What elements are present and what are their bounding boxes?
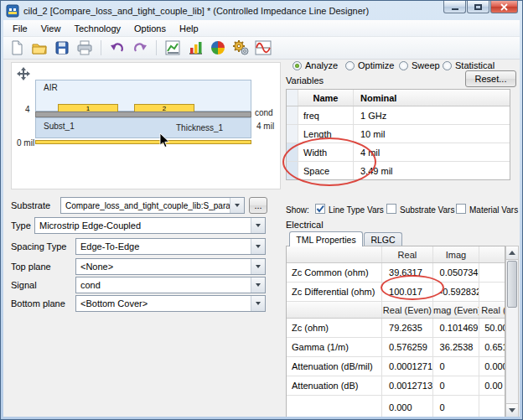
- radio-sweep[interactable]: [399, 61, 408, 70]
- result-label: Attenuation (dB/mil): [287, 357, 382, 376]
- variable-nominal[interactable]: 4 mil: [354, 143, 510, 161]
- mode-optimize-label: Optimize: [358, 60, 394, 70]
- variable-nominal[interactable]: 10 mil: [354, 125, 510, 143]
- result-value: 0.000: [382, 396, 433, 417]
- type-select[interactable]: Microstrip Edge-Coupled: [34, 217, 266, 234]
- bottom-plane-value: <Bottom Cover>: [76, 298, 251, 309]
- open-button[interactable]: [29, 38, 49, 58]
- tab-tml-properties[interactable]: TML Properties: [289, 231, 363, 246]
- checkbox-line-type-vars[interactable]: [315, 204, 325, 214]
- close-button[interactable]: [490, 1, 518, 13]
- table-row[interactable]: freq 1 GHz: [287, 106, 510, 125]
- annotation-ellipse-width-space: [282, 137, 376, 186]
- chevron-down-icon[interactable]: [251, 296, 265, 311]
- bottom-cover-layer: [35, 140, 251, 144]
- top-plane-select[interactable]: <None>: [75, 258, 266, 275]
- optimizer-button[interactable]: [208, 38, 228, 58]
- move-cursor-icon: [17, 67, 30, 80]
- mode-statistical[interactable]: Statistical: [443, 60, 495, 70]
- substrate-browse-button[interactable]: ...: [249, 197, 267, 214]
- bottom-plane-select[interactable]: <Bottom Cover>: [75, 295, 266, 312]
- scroll-up-button[interactable]: [506, 246, 518, 260]
- spacing-type-select[interactable]: Edge-To-Edge: [75, 238, 266, 255]
- variables-header-row: Name Nominal: [287, 90, 510, 106]
- left-tick-label: 4: [25, 105, 30, 114]
- results-scrollbar[interactable]: [505, 246, 519, 417]
- mode-sweep[interactable]: Sweep: [399, 60, 440, 70]
- settings-button[interactable]: [230, 38, 251, 58]
- result-value: [479, 283, 505, 301]
- variable-nominal[interactable]: 3.49 mil: [354, 162, 510, 179]
- chevron-down-icon[interactable]: [251, 239, 265, 254]
- variables-section-label: Variables: [286, 75, 324, 86]
- chevron-down-icon[interactable]: [251, 259, 265, 274]
- result-value: 0: [433, 376, 480, 395]
- top-plane-value: <None>: [76, 262, 251, 272]
- checkbox-material-vars[interactable]: [456, 204, 466, 214]
- substrate-value: Compare_loss_and_tight_couple_lib:S_para…: [61, 201, 230, 210]
- menu-help[interactable]: Help: [173, 21, 205, 36]
- tab-rlgc[interactable]: RLGC: [364, 232, 402, 246]
- row-gutter[interactable]: [287, 125, 298, 143]
- result-value: 0.576259: [382, 338, 433, 356]
- bottom-tick-label: 0 mil: [17, 138, 34, 148]
- browse-label: ...: [254, 200, 262, 210]
- gears-icon: [232, 39, 249, 56]
- mode-optimize[interactable]: Optimize: [345, 60, 394, 70]
- header-cell-imag: Imag: [433, 246, 480, 262]
- variable-nominal[interactable]: 1 GHz: [354, 106, 510, 124]
- radio-analyze[interactable]: [293, 61, 302, 70]
- substrate-field-label: Substrate: [11, 200, 50, 210]
- mode-statistical-label: Statistical: [455, 60, 495, 70]
- chevron-down-icon[interactable]: [251, 218, 265, 233]
- minimize-button[interactable]: [443, 1, 466, 13]
- tab-label: TML Properties: [296, 235, 355, 245]
- header-cell: [287, 302, 382, 318]
- maximize-button[interactable]: [467, 1, 489, 13]
- radio-statistical[interactable]: [443, 61, 452, 70]
- redo-button[interactable]: [130, 38, 150, 58]
- menu-technology[interactable]: Technology: [67, 21, 127, 36]
- app-icon: [6, 4, 19, 18]
- chevron-down-icon[interactable]: [230, 198, 244, 213]
- waveform-button[interactable]: [253, 38, 273, 58]
- reset-button-label: Reset...: [475, 74, 507, 84]
- line-type-vars-label: Line Type Vars: [329, 205, 384, 215]
- mode-analyze[interactable]: Analyze: [293, 60, 338, 70]
- checkbox-substrate-vars[interactable]: [386, 204, 396, 214]
- result-value: [479, 263, 505, 282]
- toolbar-separator: [101, 40, 101, 55]
- new-button[interactable]: [7, 38, 27, 58]
- chevron-down-icon[interactable]: [251, 277, 265, 293]
- tab-label: RLGC: [370, 235, 395, 245]
- undo-icon: [109, 39, 126, 56]
- menu-options[interactable]: Options: [127, 21, 173, 36]
- row-gutter: [287, 90, 298, 106]
- print-button[interactable]: [75, 38, 95, 58]
- toolbar-separator: [156, 40, 157, 55]
- undo-button[interactable]: [107, 38, 127, 58]
- menu-file[interactable]: File: [6, 21, 34, 36]
- bar-chart-button[interactable]: [185, 38, 205, 58]
- app-window: cild_2 [Compare_loss_and_tight_couple_li…: [0, 0, 523, 420]
- type-field-label: Type: [11, 220, 31, 231]
- header-cell: [287, 246, 382, 262]
- signal-select[interactable]: cond: [75, 277, 266, 293]
- menu-view[interactable]: View: [34, 21, 68, 36]
- cross-section-canvas[interactable]: AIR 1 2 cond Subst_1 Thickness_1 4 mil 4…: [11, 62, 281, 189]
- air-label: AIR: [44, 83, 58, 92]
- scrollbar-thumb[interactable]: [507, 261, 517, 308]
- signal-field-label: Signal: [11, 280, 37, 290]
- substrate-vars-label: Substrate Vars: [400, 205, 454, 215]
- result-value: [479, 396, 505, 417]
- row-gutter[interactable]: [287, 106, 298, 124]
- scroll-down-button[interactable]: [506, 403, 518, 417]
- save-button[interactable]: [52, 38, 72, 58]
- substrate-select[interactable]: Compare_loss_and_tight_couple_lib:S_para…: [60, 197, 245, 214]
- radio-optimize[interactable]: [345, 61, 355, 70]
- annotation-ellipse-zc-differential: [381, 275, 444, 300]
- plot-button[interactable]: [163, 38, 183, 58]
- reset-button[interactable]: Reset...: [465, 70, 516, 87]
- right-dimension-label: 4 mil: [256, 122, 274, 131]
- table-row-partial: 0.000 0: [287, 396, 505, 417]
